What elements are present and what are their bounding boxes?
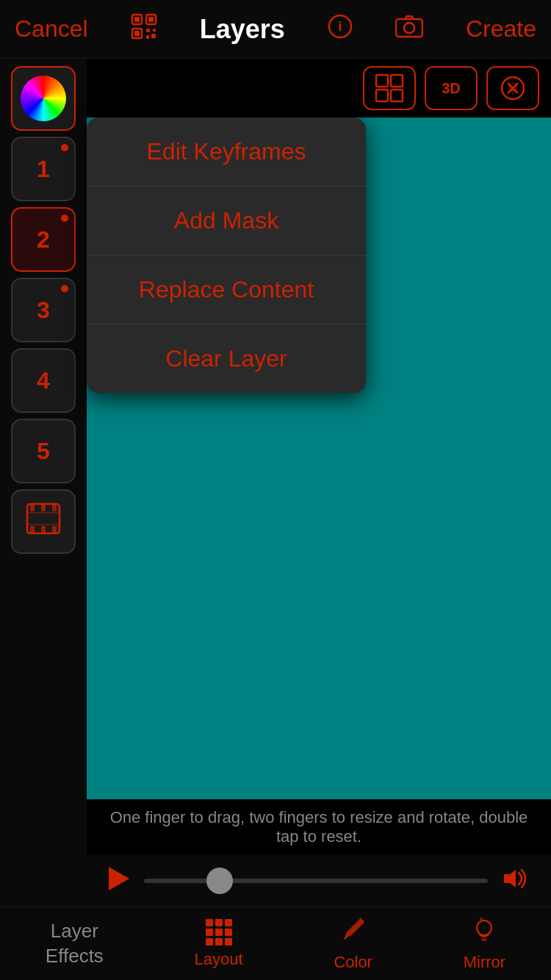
main-area: 1 2 3 4 5 — [0, 59, 551, 907]
qr-icon[interactable] — [131, 13, 157, 45]
replace-content-item[interactable]: Replace Content — [87, 256, 366, 325]
layer-2-dot — [61, 215, 68, 222]
mirror-icon — [471, 916, 497, 948]
svg-rect-23 — [376, 75, 388, 87]
color-nav[interactable]: Color — [334, 916, 372, 972]
seek-thumb[interactable] — [206, 868, 233, 894]
color-wheel — [21, 76, 66, 121]
svg-rect-6 — [146, 29, 150, 32]
svg-text:i: i — [338, 19, 342, 34]
sidebar: 1 2 3 4 5 — [0, 59, 87, 907]
cancel-button[interactable]: Cancel — [15, 15, 88, 43]
3d-button[interactable]: 3D — [425, 66, 478, 110]
svg-rect-12 — [396, 19, 422, 37]
layer-2-button[interactable]: 2 — [11, 207, 76, 272]
layer-5-button[interactable]: 5 — [11, 419, 76, 483]
header: Cancel Layers i — [0, 0, 551, 59]
layer-effects-label: LayerEffects — [46, 919, 104, 969]
svg-rect-1 — [134, 17, 140, 22]
layer-3-dot — [61, 285, 68, 292]
svg-rect-9 — [151, 34, 156, 38]
top-toolbar: 3D — [87, 59, 551, 118]
play-button[interactable] — [109, 867, 129, 896]
clear-layer-item[interactable]: Clear Layer — [87, 325, 366, 393]
color-label: Color — [334, 953, 372, 972]
layer-1-dot — [61, 144, 68, 151]
edit-keyframes-item[interactable]: Edit Keyframes — [87, 118, 366, 187]
svg-rect-16 — [41, 504, 46, 511]
svg-rect-8 — [146, 35, 149, 39]
grid-layout-button[interactable] — [363, 66, 416, 110]
close-button[interactable] — [486, 66, 539, 110]
svg-rect-7 — [153, 29, 156, 32]
mirror-label: Mirror — [464, 953, 505, 972]
mirror-nav[interactable]: Mirror — [464, 916, 505, 972]
svg-rect-18 — [30, 526, 35, 533]
3d-label: 3D — [442, 80, 461, 97]
create-button[interactable]: Create — [466, 15, 536, 43]
canvas-hint: One finger to drag, two fingers to resiz… — [87, 799, 551, 855]
svg-rect-5 — [134, 31, 140, 36]
svg-rect-19 — [41, 526, 46, 533]
svg-rect-17 — [52, 504, 57, 511]
brush-icon — [340, 916, 367, 948]
info-icon[interactable]: i — [328, 14, 353, 44]
bottom-nav: LayerEffects Layout Color — [0, 907, 551, 980]
svg-rect-36 — [481, 938, 487, 941]
layer-3-button[interactable]: 3 — [11, 278, 76, 342]
svg-marker-33 — [109, 867, 129, 890]
volume-button[interactable] — [503, 867, 529, 896]
layout-nav[interactable]: Layout — [195, 919, 243, 969]
film-strip-button[interactable] — [11, 489, 76, 554]
svg-marker-34 — [504, 870, 516, 887]
svg-rect-15 — [30, 504, 35, 511]
page-title: Layers — [200, 14, 285, 45]
film-icon — [26, 502, 61, 541]
layout-label: Layout — [195, 950, 243, 969]
svg-rect-26 — [391, 90, 403, 101]
layer-4-button[interactable]: 4 — [11, 348, 76, 413]
context-menu: Edit Keyframes Add Mask Replace Content … — [87, 118, 366, 393]
header-icons — [131, 13, 157, 45]
svg-point-13 — [404, 23, 414, 33]
svg-rect-3 — [148, 17, 154, 22]
svg-rect-25 — [376, 90, 388, 101]
playback-bar — [87, 855, 551, 907]
svg-rect-20 — [52, 526, 57, 533]
camera-icon[interactable] — [395, 15, 423, 43]
layer-1-button[interactable]: 1 — [11, 137, 76, 201]
color-wheel-button[interactable] — [11, 66, 76, 131]
seek-bar[interactable] — [144, 879, 488, 883]
layout-icon — [206, 919, 232, 945]
layer-effects-nav[interactable]: LayerEffects — [46, 919, 104, 969]
add-mask-item[interactable]: Add Mask — [87, 187, 366, 256]
svg-rect-24 — [391, 75, 403, 87]
